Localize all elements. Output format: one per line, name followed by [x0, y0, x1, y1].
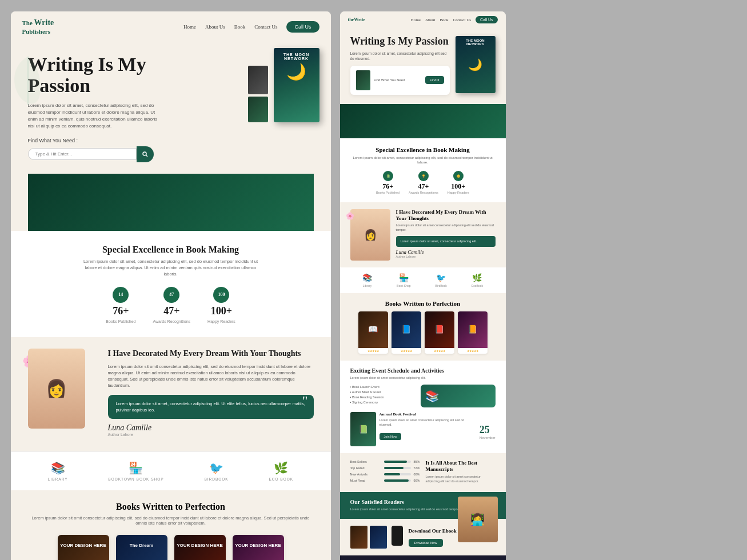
right-book-card-1: 📖 ★★★★★ — [358, 311, 388, 354]
manuscripts-bars: Best Sellers 85% Top Rated 72% New Arriv… — [350, 460, 420, 485]
nav-contact[interactable]: Contact Us — [254, 24, 277, 30]
right-excellence-title: Special Excellence in Book Making — [350, 146, 496, 153]
event-details: • Book Launch Event • Author Meet & Gree… — [350, 385, 416, 405]
stat-books: 14 76+ Books Published — [106, 287, 135, 323]
bar-percent-4: 90% — [413, 479, 420, 482]
bar-item-4: Must Read 90% — [350, 479, 420, 482]
event-date-num: 25 November — [480, 424, 496, 439]
stat-awards: 47 47+ Awards Recognitions — [153, 287, 190, 323]
stat-awards-icon: 47 — [163, 287, 179, 303]
book-card-3: YOUR DESIGN HERE ★★★★★ — [174, 535, 226, 560]
right-book-stars-3: ★★★★★ — [425, 348, 454, 354]
nav-about[interactable]: About Us — [205, 24, 225, 30]
books-section: Books Written to Perfection Lorem ipsum … — [11, 490, 331, 560]
book-title-1: YOUR DESIGN HERE — [58, 541, 108, 550]
right-nav-contact[interactable]: Contact Us — [453, 18, 471, 22]
testimonial-content: I Have Decorated My Every Dream With You… — [108, 349, 314, 437]
book-small-2 — [248, 97, 268, 122]
right-books-title: Books Written to Perfection — [350, 300, 496, 307]
right-search-card: Find What You Need Find It — [350, 66, 450, 95]
search-box — [28, 146, 154, 162]
partner-bookshop: 🏪 BOOKTOWN BOOK SHOP — [108, 461, 163, 481]
right-library-label: Library — [363, 284, 371, 287]
library-label: LIBRARY — [48, 477, 68, 481]
bar-item-1: Best Sellers 85% — [350, 460, 420, 463]
right-bookshop-icon: 🏪 — [399, 273, 409, 283]
event-detail-4: • Signing Ceremony — [350, 400, 416, 405]
ecobook-label: ECO BOOK — [269, 477, 293, 481]
right-find-button[interactable]: Find It — [425, 76, 444, 84]
bar-fill-3 — [384, 473, 401, 475]
bar-track-3 — [384, 473, 412, 475]
book-title-4: YOUR DESIGN HERE — [233, 541, 283, 550]
right-nav-about[interactable]: About — [425, 18, 436, 22]
manuscripts-title: It Is All About The Best Manuscripts — [426, 460, 496, 473]
partner-library: 📚 LIBRARY — [48, 461, 68, 481]
right-bookshop-label: Book Shop — [397, 284, 410, 287]
search-input[interactable] — [28, 148, 137, 160]
call-us-button[interactable]: Call Us — [286, 21, 319, 33]
logo-the: The — [22, 19, 33, 26]
event-info-desc: Lorem ipsum dolor sit amet consectetur a… — [380, 418, 476, 427]
book-title-2: The Dream — [127, 541, 155, 550]
nav-book[interactable]: Book — [234, 24, 246, 30]
bar-item-3: New Arrivals 60% — [350, 473, 420, 476]
right-event-title: Exciting Event Schedule and Activities — [350, 367, 496, 374]
stat-books-label: Books Published — [106, 319, 135, 323]
right-event-desc: Lorem ipsum dolor sit amet consectetur a… — [350, 376, 496, 381]
right-stat-books-num: 76+ — [382, 182, 393, 191]
event-join-button[interactable]: Join Now — [380, 433, 402, 440]
right-book-card-2: 📘 ★★★★★ — [392, 311, 421, 354]
ebook-book-1 — [350, 526, 367, 549]
hero-title: Writing Is My Passion — [28, 54, 188, 97]
right-hero-book: 🌙 THE MOON NETWORK — [456, 36, 496, 93]
nav-home[interactable]: Home — [183, 24, 196, 30]
ebook-download-button[interactable]: Download Now — [409, 539, 443, 547]
right-quote-text: Lorem ipsum dolor sit amet, consectetur … — [401, 239, 477, 243]
logo-write: Write — [34, 18, 54, 27]
right-book-cover-4: 📙 — [458, 311, 488, 348]
bookshop-label: BOOKTOWN BOOK SHOP — [108, 477, 163, 481]
right-author-image: 👩 🌸 — [350, 209, 390, 261]
stat-readers-label: Happy Readers — [207, 319, 235, 323]
manuscripts-text: It Is All About The Best Manuscripts Lor… — [426, 460, 496, 483]
birdbook-icon: 🐦 — [209, 461, 223, 475]
books-section-desc: Lorem ipsum dolor sit omit consectetur a… — [28, 515, 314, 526]
right-partner-2: 🏪 Book Shop — [397, 273, 410, 287]
right-call-us-button[interactable]: Call Us — [476, 16, 498, 23]
search-label: Find What You Need : — [28, 138, 314, 143]
hero-bottom-bg — [28, 174, 314, 231]
bar-fill-1 — [384, 461, 408, 463]
book-card-1: YOUR DESIGN HERE ★★★★★ — [58, 535, 109, 560]
bar-item-2: Top Rated 72% — [350, 466, 420, 470]
right-book-stars-1: ★★★★★ — [358, 348, 388, 354]
left-panel: The Write Publishers Home About Us Book … — [11, 11, 331, 560]
stat-awards-number: 47+ — [163, 305, 179, 317]
author-image: 👩 — [28, 349, 85, 429]
hero-books: THE MOON NETWORK — [248, 48, 319, 122]
nav-links: Home About Us Book Contact Us — [183, 24, 278, 30]
partner-ecobook: 🌿 ECO BOOK — [269, 461, 293, 481]
stat-readers-icon: 100 — [213, 287, 229, 303]
right-testimonial-content: I Have Decorated My Every Dream With You… — [396, 209, 496, 261]
logo-sub: Publishers — [22, 28, 51, 35]
right-nav-home[interactable]: Home — [411, 18, 421, 22]
right-quote-box: Lorem ipsum dolor sit amet, consectetur … — [396, 236, 496, 247]
right-book-card-3: 📕 ★★★★★ — [425, 311, 454, 354]
svg-point-0 — [143, 152, 146, 155]
right-book-stars-4: ★★★★★ — [458, 348, 488, 354]
right-navbar: theWrite Home About Book Contact Us Call… — [340, 11, 506, 28]
hero-description: Lorem ipsum dolor sit amet, consectetur … — [28, 102, 165, 130]
search-button[interactable] — [137, 146, 154, 162]
right-stat-books-label: Books Published — [376, 191, 400, 194]
right-birdbook-label: BirdBook — [436, 284, 447, 287]
book-cover-2: The Dream — [116, 535, 167, 560]
right-panel: theWrite Home About Book Contact Us Call… — [340, 11, 506, 560]
right-stats: 📗 76+ Books Published 🏆 47+ Awards Recog… — [350, 171, 496, 194]
right-excellence-desc: Lorem ipsum dolor sit amet, consectetur … — [350, 155, 496, 165]
bar-label-2: Top Rated — [350, 466, 382, 470]
event-month: November — [480, 436, 496, 439]
ecobook-icon: 🌿 — [274, 461, 288, 475]
book-main: THE MOON NETWORK — [274, 48, 319, 122]
right-nav-book[interactable]: Book — [440, 18, 448, 22]
